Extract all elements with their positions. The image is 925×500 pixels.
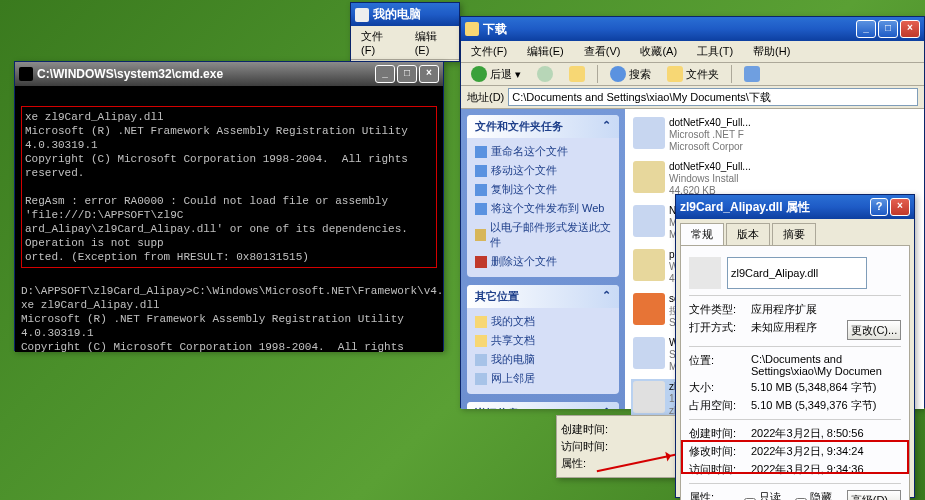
address-input[interactable] <box>508 88 918 106</box>
shared-icon <box>475 335 487 347</box>
props-titlebar[interactable]: zl9Card_Alipay.dll 属性 ? × <box>676 195 914 219</box>
menu-edit[interactable]: 编辑(E) <box>523 43 568 60</box>
tab-general[interactable]: 常规 <box>680 223 724 245</box>
list-item[interactable]: dotNetFx40_Full...Windows Install44,620 … <box>631 159 791 199</box>
openwith-value: 未知应用程序 <box>751 320 841 340</box>
place-computer[interactable]: 我的电脑 <box>475 350 611 369</box>
menu-view[interactable]: 查看(V) <box>580 43 625 60</box>
close-button[interactable]: × <box>890 198 910 216</box>
downloads-title: 下载 <box>483 21 507 38</box>
forward-icon <box>537 66 553 82</box>
delete-icon <box>475 256 487 268</box>
menu-fav[interactable]: 收藏(A) <box>636 43 681 60</box>
cmd-error-block-1: xe zl9Card_Alipay.dll Microsoft (R) .NET… <box>21 106 437 268</box>
dll-icon <box>689 257 721 289</box>
props-panel: 文件类型:应用程序扩展 打开方式:未知应用程序更改(C)... 位置:C:\Do… <box>680 245 910 500</box>
my-computer-window[interactable]: 我的电脑 文件(F) 编辑(E) <box>350 2 460 62</box>
help-button[interactable]: ? <box>870 198 888 216</box>
up-button[interactable] <box>565 65 589 83</box>
change-button[interactable]: 更改(C)... <box>847 320 901 340</box>
other-places-group: 其它位置⌃ 我的文档 共享文档 我的电脑 网上邻居 <box>467 285 619 394</box>
readonly-checkbox[interactable]: 只读(R) <box>744 490 790 500</box>
back-icon <box>471 66 487 82</box>
task-copy[interactable]: 复制这个文件 <box>475 180 611 199</box>
size-value: 5.10 MB (5,348,864 字节) <box>751 380 901 395</box>
downloads-menubar: 文件(F) 编辑(E) 查看(V) 收藏(A) 工具(T) 帮助(H) <box>461 41 924 63</box>
mycomp-titlebar[interactable]: 我的电脑 <box>351 3 459 26</box>
computer-icon <box>475 354 487 366</box>
menu-help[interactable]: 帮助(H) <box>749 43 794 60</box>
downloads-toolbar: 后退▾ 搜索 文件夹 <box>461 63 924 86</box>
cmd-icon <box>19 67 33 81</box>
details-group: 详细信息⌃ zl9Card_Alipay.dll 应用程序扩展 修改日期: 20… <box>467 402 619 409</box>
menu-edit[interactable]: 编辑(E) <box>411 28 453 57</box>
rename-icon <box>475 146 487 158</box>
divider <box>597 65 598 83</box>
folders-button[interactable]: 文件夹 <box>663 65 723 83</box>
cmd-window[interactable]: C:\WINDOWS\system32\cmd.exe _ □ × xe zl9… <box>14 61 444 351</box>
close-button[interactable]: × <box>900 20 920 38</box>
downloads-titlebar[interactable]: 下载 _ □ × <box>461 17 924 41</box>
hidden-checkbox[interactable]: 隐藏(H) <box>795 490 841 500</box>
tab-summary[interactable]: 摘要 <box>772 223 816 245</box>
maximize-button[interactable]: □ <box>397 65 417 83</box>
folders-icon <box>667 66 683 82</box>
properties-dialog[interactable]: zl9Card_Alipay.dll 属性 ? × 常规 版本 摘要 文件类型:… <box>675 194 915 498</box>
place-shared[interactable]: 共享文档 <box>475 331 611 350</box>
cmd-titlebar[interactable]: C:\WINDOWS\system32\cmd.exe _ □ × <box>15 62 443 86</box>
mail-icon <box>475 229 486 241</box>
place-documents[interactable]: 我的文档 <box>475 312 611 331</box>
folder-icon <box>465 22 479 36</box>
close-button[interactable]: × <box>419 65 439 83</box>
place-network[interactable]: 网上邻居 <box>475 369 611 388</box>
address-label: 地址(D) <box>467 90 504 105</box>
menu-file[interactable]: 文件(F) <box>467 43 511 60</box>
minimize-button[interactable]: _ <box>856 20 876 38</box>
move-icon <box>475 165 487 177</box>
filetype-value: 应用程序扩展 <box>751 302 901 317</box>
divider <box>731 65 732 83</box>
cmd-body[interactable]: xe zl9Card_Alipay.dll Microsoft (R) .NET… <box>15 86 443 352</box>
mycomp-title: 我的电脑 <box>373 6 421 23</box>
computer-icon <box>355 8 369 22</box>
file-tasks-group: 文件和文件夹任务⌃ 重命名这个文件 移动这个文件 复制这个文件 将这个文件发布到… <box>467 115 619 277</box>
forward-button[interactable] <box>533 65 557 83</box>
downloads-addressbar: 地址(D) <box>461 86 924 109</box>
msi-icon <box>633 249 665 281</box>
props-title: zl9Card_Alipay.dll 属性 <box>680 199 810 216</box>
menu-tools[interactable]: 工具(T) <box>693 43 737 60</box>
task-delete[interactable]: 删除这个文件 <box>475 252 611 271</box>
collapse-icon[interactable]: ⌃ <box>602 289 611 304</box>
maximize-button[interactable]: □ <box>878 20 898 38</box>
menu-file[interactable]: 文件(F) <box>357 28 399 57</box>
location-value: C:\Documents and Settings\xiao\My Docume… <box>751 353 901 377</box>
chevron-down-icon: ▾ <box>515 68 521 81</box>
collapse-icon[interactable]: ⌃ <box>602 119 611 134</box>
back-button[interactable]: 后退▾ <box>467 65 525 83</box>
docs-icon <box>475 316 487 328</box>
tab-version[interactable]: 版本 <box>726 223 770 245</box>
task-rename[interactable]: 重命名这个文件 <box>475 142 611 161</box>
minimize-button[interactable]: _ <box>375 65 395 83</box>
props-tabs: 常规 版本 摘要 <box>676 219 914 245</box>
exe-icon <box>633 205 665 237</box>
list-item[interactable]: dotNetFx40_Full...Microsoft .NET FMicros… <box>631 115 791 155</box>
cmd-mid-block: D:\APPSOFT\zl9Card_Alipay>C:\Windows\Mic… <box>21 284 437 352</box>
cmd-title: C:\WINDOWS\system32\cmd.exe <box>37 67 223 81</box>
modified-value: 2022年3月2日, 9:34:24 <box>751 444 901 459</box>
collapse-icon[interactable]: ⌃ <box>602 406 611 409</box>
exe-icon <box>633 337 665 369</box>
filename-input[interactable] <box>727 257 867 289</box>
advanced-button[interactable]: 高级(D)... <box>847 490 901 500</box>
msi-icon <box>633 161 665 193</box>
task-email[interactable]: 以电子邮件形式发送此文件 <box>475 218 611 252</box>
task-move[interactable]: 移动这个文件 <box>475 161 611 180</box>
details-title: 详细信息 <box>475 406 519 409</box>
views-button[interactable] <box>740 65 764 83</box>
search-icon <box>610 66 626 82</box>
sogou-icon <box>633 293 665 325</box>
search-button[interactable]: 搜索 <box>606 65 655 83</box>
dll-icon <box>633 381 665 413</box>
side-panel: 文件和文件夹任务⌃ 重命名这个文件 移动这个文件 复制这个文件 将这个文件发布到… <box>461 109 625 409</box>
task-publish[interactable]: 将这个文件发布到 Web <box>475 199 611 218</box>
